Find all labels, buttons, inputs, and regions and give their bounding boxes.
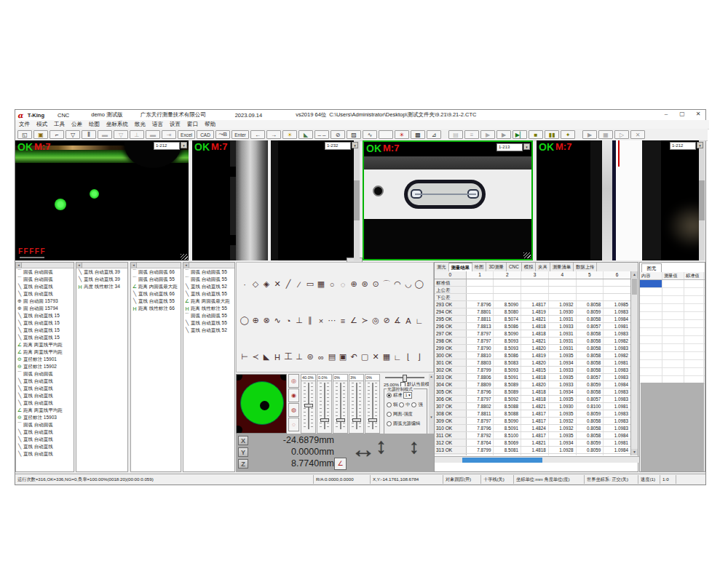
light-slider-thumb[interactable] xyxy=(336,418,345,422)
region-pick2-tool-icon[interactable]: ◈ xyxy=(261,279,272,290)
ring-select-3-button[interactable]: ◍ xyxy=(288,403,299,417)
list-item[interactable]: ╲直线 自动直线 xyxy=(16,283,74,290)
table-row[interactable]: 301 OK7.88038.50831.48201.09340.80581.09… xyxy=(435,359,631,367)
table-row[interactable]: 298 OK7.87978.50931.48211.09310.80581.09… xyxy=(435,338,631,345)
edge-trace-button[interactable]: ⌐ xyxy=(50,130,64,139)
report-button[interactable]: ⤳B xyxy=(215,130,230,139)
open2-gray-button[interactable]: ▷ xyxy=(614,130,629,139)
table-row[interactable]: 307 OK7.88028.50881.48211.09300.81001.09… xyxy=(435,403,631,410)
circle-cut-tool-icon[interactable]: ⊘ xyxy=(381,315,392,326)
arc-tool-icon[interactable]: ⌒ xyxy=(381,279,392,290)
tab-primitives[interactable]: 图元 xyxy=(641,263,662,272)
radio-圆弧光源编辑[interactable] xyxy=(387,421,392,426)
list-item[interactable]: ╲直线 自动直线 xyxy=(16,436,74,443)
table-row[interactable]: 312 OK7.87648.50691.48211.09340.80591.09… xyxy=(435,439,631,447)
menu-item[interactable]: 散光 xyxy=(135,121,146,128)
arrow-right-button[interactable]: → xyxy=(266,130,281,139)
menu-item[interactable]: 设置 xyxy=(170,121,181,128)
play-gray-button[interactable]: ▶ xyxy=(496,130,511,139)
table-spec-row[interactable]: 上公差 xyxy=(435,287,631,294)
ring-light-circle[interactable] xyxy=(240,381,284,425)
table-spec-row[interactable]: 标准值 xyxy=(435,279,631,287)
primitives-row[interactable] xyxy=(640,328,705,336)
menu-item[interactable]: 语言 xyxy=(152,121,163,128)
list-item[interactable]: ╲直线 自动直线 55 xyxy=(131,298,181,305)
table-row[interactable]: 311 OK7.87928.51001.48171.09350.80581.09… xyxy=(435,432,631,439)
probe-down-button[interactable]: ▽ xyxy=(114,130,128,139)
list-item[interactable]: ╲直线 自动直线 xyxy=(16,443,74,450)
table-row[interactable]: 310 OK7.87968.50911.48241.09320.80581.09… xyxy=(435,425,631,432)
focus-slope-button[interactable]: ◣ xyxy=(298,130,313,139)
mode-number-select[interactable]: 1 ▾ xyxy=(403,392,411,399)
menu-item[interactable]: 公差 xyxy=(71,121,82,128)
table-row[interactable]: 314 OK7.88048.50881.48201.09310.80691.09… xyxy=(435,454,631,455)
table-row[interactable]: 306 OK7.87978.50921.48181.09350.80571.09… xyxy=(435,396,631,403)
keyboard-input-tool-icon[interactable]: ▤ xyxy=(327,351,337,362)
circle-scan-tool-icon[interactable]: ⊕ xyxy=(349,279,359,290)
radio-网面-强度[interactable] xyxy=(387,412,392,417)
radio-标准[interactable] xyxy=(387,393,392,398)
pause-button[interactable]: ▮▮ xyxy=(545,130,559,139)
table-row[interactable]: 294 OK7.88018.50801.48191.09300.80591.09… xyxy=(435,308,631,316)
tab-夹具[interactable]: 夹具 xyxy=(536,263,550,271)
ellipse-tool-icon[interactable]: ◯ xyxy=(414,279,424,290)
scroll-left-icon[interactable]: ◂ xyxy=(76,263,82,268)
list-item[interactable]: ╲直线 自动直线 xyxy=(16,385,74,392)
ring-select-1-button[interactable]: ◎ xyxy=(288,374,299,388)
minus-minus-button[interactable]: – – xyxy=(314,130,329,139)
gray-block-button[interactable]: ▬ xyxy=(98,130,112,139)
camera-1-resize-grip[interactable] xyxy=(181,254,188,260)
width-tool-icon[interactable]: ⊢ xyxy=(240,351,250,362)
primitives-row[interactable] xyxy=(640,336,705,344)
light-panel-scrollbar[interactable]: ▲▼ xyxy=(429,374,434,434)
y-axis-icon[interactable]: Y xyxy=(238,447,248,457)
primitives-row[interactable] xyxy=(640,352,705,360)
light-bulb-button[interactable]: ☀ xyxy=(282,130,297,139)
list-item[interactable]: ╲直线 自动直线 66 xyxy=(131,290,181,298)
tab-模拟[interactable]: 模拟 xyxy=(522,263,537,271)
coord-y-tool-icon[interactable]: ⌊ xyxy=(403,351,414,362)
camera-4-scrollbar[interactable] xyxy=(699,140,705,260)
menu-item[interactable]: 文件 xyxy=(19,121,30,128)
text-tool-icon[interactable]: A xyxy=(403,315,414,326)
height-down-button[interactable]: ⊥ xyxy=(130,130,144,139)
light-slider-thumb[interactable] xyxy=(304,404,313,407)
image-save-button[interactable]: ◱ xyxy=(17,130,32,139)
camera-4-select-arrow-icon[interactable]: ▾ xyxy=(697,142,703,148)
camera-3-resize-grip[interactable] xyxy=(523,252,531,258)
coord-z-tool-icon[interactable]: ⌋ xyxy=(414,351,424,362)
list-item[interactable]: ⌒圆弧 自动圆弧 xyxy=(16,276,74,283)
minimize-button[interactable]: – xyxy=(662,111,670,117)
circle-mesh2-tool-icon[interactable]: ⊗ xyxy=(261,315,272,326)
cross-measure-tool-icon[interactable]: × xyxy=(316,315,326,326)
closed-curve-tool-icon[interactable]: ◔ xyxy=(283,315,293,326)
light-slider-2[interactable]: 0.0% xyxy=(317,374,332,434)
list-item[interactable]: ╲直线 自动直线 xyxy=(16,399,74,407)
circle-tangent-tool-icon[interactable]: ◎ xyxy=(371,315,381,326)
x-axis-icon[interactable]: X xyxy=(238,436,248,445)
close-gray-button[interactable]: ✕ xyxy=(630,130,645,139)
list-scrollbar[interactable]: ◂ xyxy=(76,263,127,268)
radio-中[interactable] xyxy=(399,402,404,407)
list-item[interactable]: ╲直线 自动直线 39 xyxy=(76,268,127,276)
list-item[interactable]: ╲直线 自动直线 55 xyxy=(183,319,234,327)
cross-cut-tool-icon[interactable]: ✕ xyxy=(272,279,282,290)
rect-tool-icon[interactable]: ▭ xyxy=(305,279,315,290)
table-row[interactable]: 309 OK7.87978.50901.48171.09320.80581.09… xyxy=(435,418,631,425)
list-item[interactable]: ⌒圆弧 自动圆弧 66 xyxy=(131,268,181,276)
tab-绘图[interactable]: 绘图 xyxy=(472,263,487,271)
angle-3pt-tool-icon[interactable]: ∡ xyxy=(392,315,403,326)
jog-vertical-arrows-icon[interactable]: ↕ xyxy=(376,434,387,458)
jog-z-arrows-icon[interactable]: ↕ xyxy=(409,435,419,458)
stop-button[interactable]: ■ xyxy=(529,130,543,139)
camera-2-select[interactable]: 1-232 xyxy=(325,142,351,150)
arc-scan-tool-icon[interactable]: ◠ xyxy=(392,279,403,290)
list-item[interactable]: ╲直线 自动直线 39 xyxy=(76,276,127,283)
table-row[interactable]: 296 OK7.88138.50861.48181.09330.80571.09… xyxy=(435,323,631,330)
list-item[interactable]: ∠距离 两直线平均距 xyxy=(16,341,74,348)
primitives-row[interactable] xyxy=(640,280,705,288)
list-item[interactable]: ⊕圆 自动圆 15794 xyxy=(16,305,74,312)
multi-point-tool-icon[interactable]: ⋯ xyxy=(327,315,337,326)
list-item[interactable]: ╲直线 自动直线 15 xyxy=(16,319,74,327)
noise-grid-button[interactable]: ▩ xyxy=(411,130,425,139)
